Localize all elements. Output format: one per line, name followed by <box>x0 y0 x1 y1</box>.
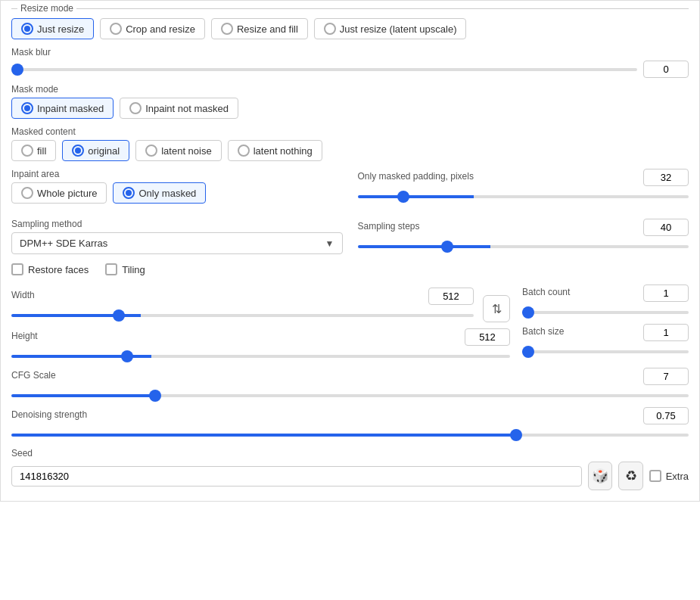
latent-nothing-label: latent nothing <box>254 145 313 157</box>
width-group: Width 512 <box>11 288 474 319</box>
sampling-steps-col: Sampling steps 40 <box>358 219 689 254</box>
inpaint-not-masked-circle <box>129 102 142 114</box>
batch-count-group: Batch count 1 <box>522 284 689 316</box>
resize-just-resize[interactable]: Just resize <box>11 18 94 39</box>
height-group: Height 512 <box>11 328 510 360</box>
only-masked-padding-input[interactable]: 32 <box>643 169 689 186</box>
cfg-scale-section: CFG Scale 7 <box>11 368 689 399</box>
only-masked-option[interactable]: Only masked <box>113 182 206 204</box>
tiling-checkbox[interactable] <box>105 263 117 275</box>
denoising-strength-slider[interactable] <box>11 434 689 437</box>
inpaint-area-group: Whole picture Only masked <box>11 182 343 204</box>
recycle-button[interactable]: ♻ <box>618 462 642 490</box>
whole-picture-circle <box>21 187 33 199</box>
height-label: Height <box>11 331 38 341</box>
mask-blur-slider-row: 0 <box>11 61 689 78</box>
restore-tiling-row: Restore faces Tiling <box>11 263 689 275</box>
batch-count-slider[interactable] <box>522 311 689 314</box>
mask-blur-input[interactable]: 0 <box>643 61 689 78</box>
whole-picture-option[interactable]: Whole picture <box>11 182 107 204</box>
width-label: Width <box>11 290 35 300</box>
inpaint-not-masked-label: Inpaint not masked <box>145 103 229 114</box>
sampling-steps-input[interactable]: 40 <box>643 219 689 236</box>
denoising-section: Denoising strength 0.75 <box>11 407 689 439</box>
mask-mode-section: Mask mode Inpaint masked Inpaint not mas… <box>11 84 689 119</box>
cfg-scale-input[interactable]: 7 <box>643 368 689 385</box>
mask-mode-group: Inpaint masked Inpaint not masked <box>11 98 689 119</box>
content-latent-noise[interactable]: latent noise <box>135 140 222 161</box>
batch-count-label: Batch count <box>522 287 570 297</box>
mask-blur-slider[interactable] <box>11 68 637 71</box>
seed-input[interactable]: 141816320 <box>11 466 582 487</box>
resize-mode-section: Resize mode Just resize Crop and resize … <box>11 8 689 39</box>
swap-dimensions-button[interactable]: ⇅ <box>483 295 510 322</box>
radio-latent-upscale-circle <box>324 23 336 35</box>
extra-label: Extra <box>666 471 689 482</box>
only-masked-circle <box>123 187 135 199</box>
main-container: Resize mode Just resize Crop and resize … <box>0 0 700 502</box>
resize-crop-and-resize[interactable]: Crop and resize <box>100 18 205 39</box>
wh-col: Width 512 ⇅ Height 512 <box>11 284 510 360</box>
mask-blur-label: Mask blur <box>11 47 689 58</box>
height-input[interactable]: 512 <box>465 328 510 346</box>
inpaint-masked-option[interactable]: Inpaint masked <box>11 98 114 119</box>
radio-just-resize-circle <box>21 23 33 35</box>
latent-nothing-circle <box>238 145 250 157</box>
batch-size-input[interactable]: 1 <box>643 324 689 341</box>
latent-noise-circle <box>145 145 157 157</box>
only-masked-label: Only masked <box>138 188 196 199</box>
only-masked-padding-slider[interactable] <box>358 195 689 198</box>
original-circle <box>72 145 84 157</box>
sampling-steps-slider[interactable] <box>358 245 689 248</box>
batch-size-slider[interactable] <box>522 350 689 353</box>
content-original[interactable]: original <box>62 140 129 161</box>
resize-latent-upscale[interactable]: Just resize (latent upscale) <box>314 18 467 39</box>
cfg-scale-slider[interactable] <box>11 394 689 397</box>
restore-faces-checkbox[interactable] <box>11 263 23 275</box>
resize-fill-label: Resize and fill <box>237 23 298 35</box>
resize-crop-resize-label: Crop and resize <box>126 23 195 35</box>
tiling-option[interactable]: Tiling <box>105 263 145 275</box>
resize-mode-group: Just resize Crop and resize Resize and f… <box>11 18 689 39</box>
inpaint-not-masked-option[interactable]: Inpaint not masked <box>120 98 238 119</box>
content-latent-nothing[interactable]: latent nothing <box>228 140 322 161</box>
batch-size-label: Batch size <box>522 326 564 337</box>
resize-latent-label: Just resize (latent upscale) <box>340 23 457 35</box>
sampling-steps-label: Sampling steps <box>358 221 420 232</box>
denoising-strength-label: Denoising strength <box>11 409 87 420</box>
width-slider[interactable] <box>11 314 474 317</box>
masked-content-section: Masked content fill original latent nois… <box>11 126 689 161</box>
restore-faces-option[interactable]: Restore faces <box>11 263 89 275</box>
chevron-down-icon: ▼ <box>325 238 334 249</box>
radio-crop-resize-circle <box>110 23 122 35</box>
dice-button[interactable]: 🎲 <box>588 462 612 490</box>
mask-blur-section: Mask blur 0 <box>11 47 689 78</box>
extra-checkbox[interactable] <box>649 470 661 482</box>
swap-icon: ⇅ <box>492 302 502 316</box>
sampling-method-dropdown[interactable]: DPM++ SDE Karras ▼ <box>11 232 343 254</box>
masked-content-label: Masked content <box>11 126 689 137</box>
content-fill[interactable]: fill <box>11 140 56 161</box>
width-input[interactable]: 512 <box>428 288 474 305</box>
sampling-row: Sampling method DPM++ SDE Karras ▼ Sampl… <box>11 219 689 254</box>
resize-resize-and-fill[interactable]: Resize and fill <box>211 18 308 39</box>
sampling-method-label: Sampling method <box>11 219 343 229</box>
original-label: original <box>88 145 120 157</box>
inpaint-area-col: Inpaint area Whole picture Only masked <box>11 169 343 211</box>
masked-content-group: fill original latent noise latent nothin… <box>11 140 689 161</box>
batch-count-input[interactable]: 1 <box>643 284 689 302</box>
extra-checkbox-option[interactable]: Extra <box>649 470 689 482</box>
only-masked-padding-col: Only masked padding, pixels 32 <box>358 169 689 211</box>
only-masked-padding-label: Only masked padding, pixels <box>358 171 474 182</box>
denoising-strength-input[interactable]: 0.75 <box>643 407 689 424</box>
latent-noise-label: latent noise <box>161 145 212 157</box>
sampling-method-col: Sampling method DPM++ SDE Karras ▼ <box>11 219 343 254</box>
dimensions-batch-row: Width 512 ⇅ Height 512 <box>11 284 689 360</box>
width-height-swap: Width 512 ⇅ <box>11 284 510 322</box>
inpaint-area-label: Inpaint area <box>11 169 343 179</box>
inpaint-masked-label: Inpaint masked <box>37 103 104 114</box>
sampling-method-value: DPM++ SDE Karras <box>20 238 107 249</box>
fill-circle <box>21 145 33 157</box>
batch-size-group: Batch size 1 <box>522 324 689 356</box>
height-slider[interactable] <box>11 355 510 358</box>
